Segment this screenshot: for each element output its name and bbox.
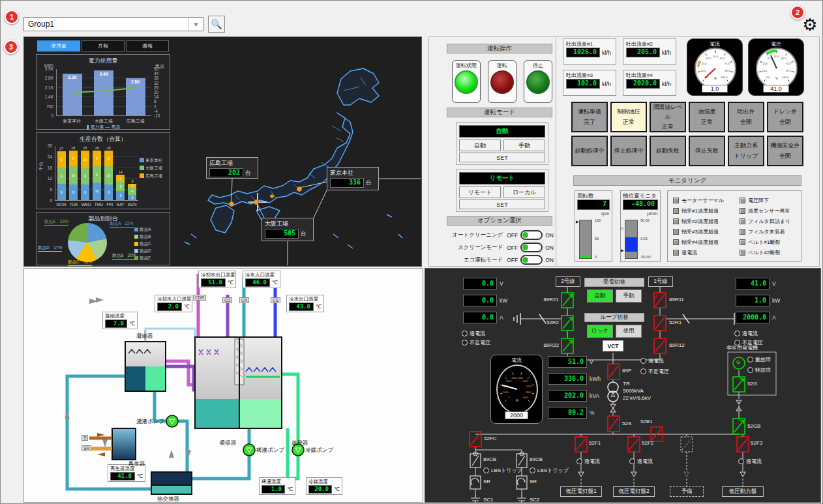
- checkbox-icon: [673, 229, 679, 235]
- site-name: 東京本社: [330, 169, 376, 177]
- breaker-89r21-label: 89R21: [530, 297, 559, 303]
- flow-meters: 吐出流量#1 1026.0kl/h 吐出流量#2 205.0kl/h 吐出流量#…: [563, 38, 680, 98]
- steam-tag-s: S: [82, 435, 88, 441]
- tr-ratio: 22 kV/6.6kV: [623, 395, 651, 401]
- checkbox-icon: [740, 218, 745, 224]
- right-meter-kw: 1.0kW: [736, 295, 780, 306]
- heat-exchanger-label: 熱交換器: [157, 496, 179, 503]
- auto-button[interactable]: 自動: [459, 140, 501, 151]
- toggle-knob: [522, 245, 528, 250]
- sc2-label: SC2: [530, 497, 540, 503]
- breaker-89p-label: 89P: [622, 368, 631, 374]
- condenser-label: 凝縮器: [136, 333, 153, 340]
- major-fault-indicator: 重故障: [747, 356, 771, 363]
- breaker-89r22-label: 89R22: [530, 342, 559, 348]
- site-name: 広島工場: [209, 159, 255, 168]
- breaker-89r12-label: 89R12: [669, 342, 685, 348]
- panel-power: 低圧動力盤: [722, 486, 764, 497]
- breaker-52f2-label: 52F2: [642, 440, 653, 446]
- remote-set-button[interactable]: SET: [459, 200, 545, 209]
- main-undervoltage-indicator: 不足電圧: [640, 368, 669, 375]
- main-overcurrent-indicator: 過電流: [640, 357, 664, 364]
- temp-box: 冷媒温度 20.0℃: [306, 477, 342, 495]
- scada-window: 1 2 3 Group1 ▼ 🔍 ⚙ 使用量 月報 週報 電力使用量 kWh 気…: [0, 0, 823, 504]
- manual-button[interactable]: 手動: [503, 140, 545, 151]
- toggle-knob: [522, 257, 528, 263]
- temp-box: 冷水出口温度 43.0℃: [286, 295, 324, 312]
- pie-label: 製品A 22%: [110, 221, 134, 228]
- mode-header: 運転モード: [447, 108, 552, 117]
- breaker-52gb-label: 52GB: [747, 423, 760, 429]
- off-label: OFF: [507, 257, 518, 263]
- site-count: 505: [265, 229, 299, 239]
- on-label: ON: [545, 257, 554, 263]
- loop-lock-button[interactable]: ロック: [587, 325, 613, 338]
- toggle-switch[interactable]: [520, 255, 543, 265]
- loop-use-button[interactable]: 使用: [616, 325, 642, 338]
- options-header: オプション選択: [447, 216, 552, 226]
- mode-group: 自動 自動 手動 SET: [456, 122, 548, 165]
- checkbox-icon: [740, 208, 745, 214]
- alarm-item: ベルト#1断裂: [740, 237, 790, 247]
- status-tile: 油温度 正常: [689, 102, 725, 132]
- checkbox-icon: [673, 250, 679, 256]
- local-button[interactable]: ローカル: [503, 186, 545, 198]
- site-tokyo: 東京本社 336台: [327, 167, 379, 190]
- flow-meter: 吐出流量#2 205.0kl/h: [623, 38, 676, 65]
- gauge-value: 41.0: [763, 85, 789, 93]
- on-label: ON: [545, 232, 554, 239]
- right-meter-v: 41.0V: [736, 278, 776, 289]
- lbs-trip-indicator-2: LBSトリップ: [530, 467, 569, 474]
- alarm-list: モーターサーマル 軸受#1温度超過 軸受#2温度超過 軸受#3温度超過 軸受#4…: [667, 190, 801, 262]
- minor-fault-indicator: 軽故障: [747, 366, 771, 374]
- run-button[interactable]: 運転: [488, 60, 516, 103]
- toggle-switch[interactable]: [520, 230, 543, 240]
- remote-group: リモート リモート ローカル SET: [456, 169, 548, 212]
- pie-label: 製品B 20%: [112, 253, 136, 259]
- panel-spare: 予備: [670, 486, 704, 497]
- generator-title: 非常用発電機: [726, 344, 758, 351]
- checkbox-icon: [673, 239, 679, 245]
- toggle-switch[interactable]: [520, 243, 543, 252]
- alarm-item: 軸受#4温度超過: [673, 237, 724, 247]
- status-tiles: 運転準備 完了 制御油圧 正常 潤滑油レベル 正常 油温度 正常 吐出弁 全開: [571, 102, 803, 166]
- chevron-down-icon[interactable]: ▼: [188, 18, 203, 31]
- right-overcurrent-indicator: 過電流: [734, 330, 758, 337]
- refrigerant-pump-label: 冷媒ポンプ: [305, 447, 333, 454]
- left-meter-a: 0.0A: [463, 312, 503, 323]
- lamp-green-on: [455, 70, 478, 94]
- alarm-item: フィルタ未装着: [740, 226, 790, 237]
- recv-manual-button[interactable]: 手動: [616, 289, 642, 303]
- lbs-trip-indicator-1: LBSトリップ: [483, 467, 522, 474]
- tab-weekly[interactable]: 週報: [126, 40, 169, 52]
- tab-monthly[interactable]: 月報: [82, 40, 125, 52]
- breaker-52s-label: 52S: [622, 421, 631, 426]
- alarm-item: ベルト#2断裂: [740, 247, 790, 258]
- stop-button[interactable]: 停止: [524, 60, 552, 103]
- remote-button[interactable]: リモート: [459, 186, 501, 198]
- loop-switch-header: ループ切替: [584, 313, 644, 322]
- shaft-bar: ▷ ▶: [625, 220, 638, 259]
- option-toggle-row: オートクリーニング OFF ON: [447, 229, 555, 241]
- off-label: OFF: [507, 245, 518, 251]
- status-tile: ドレン弁 全閉: [767, 102, 803, 132]
- status-tile: 起動失敗: [650, 136, 686, 166]
- mode-set-button[interactable]: SET: [459, 153, 545, 162]
- checkbox-icon: [673, 198, 679, 203]
- conc-pump-label: 濃液ポンプ: [136, 418, 164, 426]
- settings-button[interactable]: ⚙: [800, 15, 820, 35]
- pipe-tag-cs: CS: [271, 297, 280, 303]
- search-button[interactable]: 🔍: [208, 16, 225, 33]
- pie-label: 製品C 18%: [68, 259, 92, 266]
- pie: [68, 223, 107, 262]
- bar-plot: 3.1K3.4K2.8K: [56, 69, 151, 116]
- recv-auto-button[interactable]: 自動: [587, 289, 613, 303]
- left-meter-kw: 0.0kW: [463, 295, 507, 306]
- alarm-item: 電圧降下: [740, 195, 790, 205]
- tr-capacity: 5000kVA: [623, 388, 644, 394]
- pipe-tag-cdr: CDR: [193, 295, 206, 301]
- vct-label: VCT: [603, 340, 623, 351]
- group-select[interactable]: Group1 ▼: [23, 17, 203, 31]
- tab-usage[interactable]: 使用量: [37, 40, 80, 52]
- breaker-52f3-label: 52F3: [751, 440, 762, 446]
